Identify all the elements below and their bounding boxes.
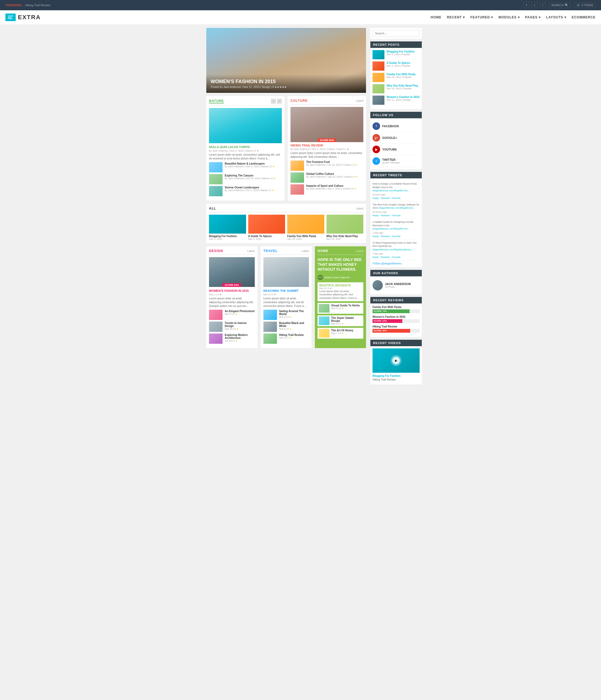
- design-sub-1: An Elegant Photoshoot Nov 2 | 0 ★: [209, 310, 255, 320]
- recent-post-4: Why Our Kids Need Play Nov 18, 2015 | Po…: [373, 84, 420, 93]
- nature-main-title[interactable]: NULLA QUIS LACUS TURPIS: [209, 145, 282, 149]
- review-1-title[interactable]: Family Fun With Pasta: [373, 306, 420, 308]
- tweet-3-retweet[interactable]: Retweet: [381, 235, 390, 238]
- tweet-1-retweet[interactable]: Retweet: [381, 197, 390, 200]
- design-score: SCORE 63%: [223, 283, 241, 287]
- recent-post-3-thumb: [373, 73, 384, 82]
- recent-post-2-title[interactable]: A Guide To Spices: [386, 61, 410, 65]
- recent-post-5-thumb: [373, 96, 384, 105]
- nature-prev[interactable]: ‹: [271, 99, 276, 104]
- cart-label: 0 ITEMS: [581, 3, 593, 7]
- tweet-1: How to Design a Scrollable Recent Posts …: [373, 180, 420, 201]
- culture-sub-3-meta: by Jack Anderson | Sep 1, 2015 | Culture…: [306, 187, 356, 190]
- travel-sub-1-title[interactable]: Sailing Around The World: [279, 310, 309, 316]
- nature-sub-3-title[interactable]: Serene Ocean Landscapes: [225, 186, 274, 189]
- nature-sub-2-title[interactable]: Exploring The Canyon: [225, 174, 275, 177]
- instagram-top-icon[interactable]: i: [540, 2, 546, 8]
- nature-next[interactable]: ›: [277, 99, 282, 104]
- tweet-4-retweet[interactable]: Retweet: [381, 256, 390, 258]
- home-hero-text: HOPE IS THE ONLY BEE THAT MAKES HONEY WI…: [318, 257, 363, 272]
- tweet-4-favorite[interactable]: Favorite: [392, 256, 401, 258]
- follow-elegantthemes-link[interactable]: Follow @elegantthemes: [373, 262, 401, 265]
- nav-recent[interactable]: RECENT ▾: [447, 16, 465, 19]
- travel-sub-3-title[interactable]: Hiking Trail Review: [279, 333, 304, 336]
- trending-area: TRENDING: Hiking Trail Review: [5, 3, 50, 7]
- recent-post-1-title[interactable]: Blogging For Fashion: [386, 50, 415, 53]
- tweet-3-reply[interactable]: Reply: [373, 235, 379, 238]
- recent-post-3-title[interactable]: Family Fun With Pasta: [386, 73, 416, 76]
- home-sub-1-title[interactable]: Visual Guide To Herbs: [331, 304, 360, 307]
- all-card-3-title[interactable]: Family Fun With Pasta: [287, 235, 324, 238]
- home-featured-title[interactable]: BEAUTIFUL BOUQUETS: [319, 284, 362, 287]
- design-sub-2-thumb: [209, 322, 223, 332]
- all-card-1: Blogging For Fashion Dec 2, 2015: [209, 215, 246, 240]
- nav-ecommerce[interactable]: ECOMMERCE: [572, 16, 596, 19]
- travel-sub-2-title[interactable]: Beautiful Black and White: [279, 322, 309, 327]
- nature-sub-3-thumb: [209, 186, 223, 196]
- author-name[interactable]: JACK ANDERSON: [385, 282, 411, 285]
- tweet-2-reply[interactable]: Reply: [373, 214, 379, 217]
- culture-main-meta: by Jack Anderson | Nov 3, 2015 | Culture…: [291, 148, 363, 150]
- home-sub-3-title[interactable]: The Art Of Honey: [331, 329, 353, 332]
- tweet-1-favorite[interactable]: Favorite: [392, 197, 401, 200]
- design-sub-1-title[interactable]: An Elegant Photoshoot: [225, 310, 255, 312]
- design-sub-3-title[interactable]: Exploring Modern Architecture: [225, 333, 255, 340]
- all-card-1-title[interactable]: Blogging For Fashion: [209, 235, 246, 238]
- svg-rect-3: [8, 18, 12, 19]
- recent-post-5-title[interactable]: Women's Fashion In 2015: [386, 96, 420, 99]
- travel-sub-3-thumb: [264, 333, 277, 344]
- video-2-title[interactable]: Hiking Trail Review: [373, 378, 420, 381]
- culture-sub-3-thumb: [291, 184, 304, 195]
- videos-header: RECENT VIDEOS: [370, 340, 422, 346]
- tweet-1-reply[interactable]: Reply: [373, 197, 379, 200]
- recent-tweets-header: RECENT TWEETS: [370, 172, 422, 178]
- home-sub-2-title[interactable]: The Super Salads Recipe: [331, 317, 362, 322]
- nav-modules[interactable]: MODULES ▾: [498, 16, 520, 19]
- twitter-top-icon[interactable]: t: [531, 2, 537, 8]
- review-2-title[interactable]: Women's Fashion in 2015: [373, 315, 420, 318]
- culture-sub-2-title[interactable]: Global Coffee Culture: [306, 172, 358, 175]
- follow-facebook[interactable]: f FACEBOOK: [373, 121, 420, 132]
- tweet-2-time: 19 hours ago: [373, 210, 420, 213]
- nav-pages[interactable]: PAGES ▾: [525, 16, 541, 19]
- home-title: HOME: [318, 249, 328, 253]
- nav-layouts[interactable]: LAYOUTS ▾: [546, 16, 566, 19]
- all-card-2-title[interactable]: A Guide To Spices: [248, 235, 285, 238]
- video-1-title[interactable]: Blogging For Fashion: [373, 374, 420, 377]
- travel-main-title[interactable]: REACHING THE SUMMIT: [264, 289, 309, 292]
- video-play-btn[interactable]: ▶: [392, 357, 400, 364]
- nature-sub-1-title[interactable]: Beautiful Nature & Landscapes: [225, 162, 275, 165]
- cart-top[interactable]: 🛒 0 ITEMS: [574, 2, 596, 8]
- design-main-title[interactable]: WOMEN'S FASHION IN 2015: [209, 289, 255, 292]
- follow-twitter[interactable]: t TWITTER 46,997 followers: [373, 155, 420, 167]
- culture-sub-3-title[interactable]: Impacts of Sport and Culture: [306, 184, 356, 187]
- tweet-2-favorite[interactable]: Favorite: [392, 214, 401, 217]
- home-sub-2-meta: Nov 8 | 0 ★: [331, 322, 362, 325]
- nature-main-text: Lorem ipsum dolor sit amet, consectetur …: [209, 153, 282, 160]
- nav-home[interactable]: HOME: [431, 16, 442, 19]
- nature-sub-2: Exploring The Canyon by Jack Anderson | …: [209, 174, 282, 184]
- tweet-4-reply[interactable]: Reply: [373, 256, 379, 258]
- culture-title: CULTURE: [291, 99, 307, 103]
- review-3-title[interactable]: Hiking Trail Review: [373, 325, 420, 328]
- all-card-4-title[interactable]: Why Our Kids Need Play: [326, 235, 364, 238]
- culture-sub-1-meta: by Jack Anderson | Oct 18, 2015 | Cultur…: [306, 164, 357, 166]
- search-top[interactable]: SEARCH 🔍: [549, 2, 571, 8]
- design-sub-2-title[interactable]: Trends In Interior Design: [225, 322, 255, 327]
- culture-sub-1-title[interactable]: The Freshest Fruit: [306, 160, 357, 164]
- recent-posts-widget: RECENT POSTS Blogging For Fashion Dec 2,…: [370, 42, 422, 109]
- hero-overlay: WOMEN'S FASHION IN 2015 Posted by Jack A…: [206, 74, 366, 93]
- logo[interactable]: EXTRA: [5, 14, 41, 21]
- follow-youtube[interactable]: ▶ YOUTUBE: [373, 144, 420, 155]
- content-area: WOMEN'S FASHION IN 2015 Posted by Jack A…: [206, 28, 366, 387]
- follow-googleplus[interactable]: g+ GOOGLE+: [373, 132, 420, 144]
- tweet-3-favorite[interactable]: Favorite: [392, 235, 401, 238]
- facebook-top-icon[interactable]: f: [523, 2, 529, 8]
- home-latest: Latest: [356, 250, 363, 253]
- tweet-2-retweet[interactable]: Retweet: [381, 214, 390, 217]
- nav-featured[interactable]: FEATURED ▾: [470, 16, 493, 19]
- sidebar-search-input[interactable]: [373, 30, 420, 36]
- recent-post-4-title[interactable]: Why Our Kids Need Play: [386, 84, 418, 87]
- culture-main-title[interactable]: HIKING TRAIL REVIEW: [291, 144, 363, 147]
- nature-sub-3: Serene Ocean Landscapes by Jack Anderson…: [209, 186, 282, 196]
